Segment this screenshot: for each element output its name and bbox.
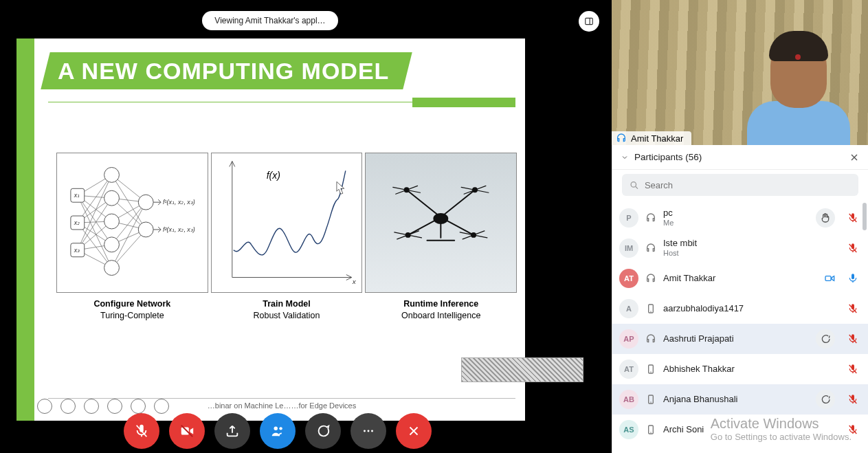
participant-row[interactable]: IMIste mbitHost [612, 233, 868, 263]
meeting-toolbar [124, 413, 432, 449]
avatar: A [619, 299, 638, 318]
svg-line-61 [464, 186, 486, 194]
svg-point-31 [104, 190, 120, 206]
stage-annotation-controls [37, 399, 169, 414]
video-off-icon [179, 423, 194, 439]
participant-row[interactable]: ASArchi Soni [612, 415, 868, 445]
svg-point-83 [650, 371, 651, 372]
participant-row[interactable]: ATAmit Thakkar [612, 263, 868, 294]
participants-button[interactable] [260, 413, 296, 449]
redacted-block [461, 357, 583, 382]
svg-point-33 [104, 237, 120, 252]
participants-header[interactable]: Participants (56) [612, 145, 868, 170]
mic-off-icon [847, 243, 858, 254]
video-off-button[interactable] [169, 413, 205, 449]
svg-point-69 [279, 427, 282, 430]
annot-btn-6[interactable] [154, 399, 169, 414]
end-call-button[interactable] [396, 413, 432, 449]
avatar: AT [619, 360, 638, 379]
slide-title: A NEW COMPUTING MODEL [41, 52, 412, 89]
presentation-stage: A NEW COMPUTING MODEL [16, 38, 594, 421]
annot-btn-2[interactable] [60, 399, 76, 414]
svg-text:f²(x₁, x₂, x₃): f²(x₁, x₂, x₃) [163, 226, 195, 233]
annot-btn-3[interactable] [84, 399, 99, 414]
participant-row[interactable]: APAashruti Prajapati [612, 324, 868, 354]
participant-row[interactable]: Aaarzubhalodiya1417 [612, 294, 868, 324]
participant-name: Aashruti Prajapati [663, 334, 734, 344]
camera-on-icon [824, 273, 835, 284]
annot-btn-1[interactable] [37, 399, 52, 414]
headset-icon [645, 273, 656, 284]
headset-icon [645, 212, 656, 223]
svg-text:f¹(x₁, x₂, x₃): f¹(x₁, x₂, x₃) [163, 199, 195, 206]
svg-point-73 [631, 182, 636, 187]
label-col-0: Configure NetworkTuring-Complete [56, 298, 208, 322]
function-graph-svg: x [212, 153, 362, 292]
avatar: IM [619, 239, 638, 258]
participant-name: Iste mbitHost [663, 239, 697, 258]
svg-point-36 [138, 222, 153, 237]
phone-icon [645, 424, 656, 435]
panel-layout-icon [584, 16, 594, 26]
svg-text:x: x [351, 278, 356, 285]
chat-icon [315, 423, 331, 439]
panel-toggle-button[interactable] [579, 11, 599, 32]
headset-icon [616, 133, 627, 144]
annot-btn-5[interactable] [131, 399, 146, 414]
more-button[interactable] [350, 413, 386, 449]
slide-left-accent [16, 38, 34, 421]
video-name-text: Amit Thakkar [631, 133, 683, 144]
share-button[interactable] [214, 413, 250, 449]
avatar: AS [619, 420, 638, 439]
share-icon [225, 423, 240, 439]
search-icon [629, 179, 639, 190]
avatar: P [619, 208, 638, 228]
participant-name: Anjana Bhanushali [663, 395, 737, 405]
chat-indicator[interactable] [816, 390, 835, 409]
active-speaker-video[interactable]: Amit Thakkar [612, 0, 868, 145]
mic-off-icon [847, 424, 858, 435]
annot-btn-4[interactable] [107, 399, 122, 414]
neural-net-svg: x₁ x₂ x₃ f¹(x₁, x₂, x₃) f²(x₁, x₂, x₃) [57, 153, 208, 292]
avatar: AT [619, 269, 638, 288]
participant-name: pcMe [663, 208, 674, 228]
svg-line-63 [397, 231, 419, 239]
participant-name: Amit Thakkar [663, 274, 715, 284]
raise-hand-indicator[interactable] [816, 208, 835, 228]
svg-point-34 [104, 261, 120, 276]
chat-indicator[interactable] [816, 329, 835, 349]
drone-svg [366, 153, 516, 292]
svg-line-59 [396, 186, 418, 194]
diagram-drone [365, 153, 517, 293]
svg-point-71 [368, 430, 370, 432]
participants-close-button[interactable] [849, 152, 860, 163]
label-col-1: Train ModelRobust Validation [211, 298, 363, 322]
chat-button[interactable] [305, 413, 341, 449]
participants-header-text: Participants (56) [634, 152, 702, 162]
participants-search[interactable] [622, 174, 858, 196]
slide-title-text: A NEW COMPUTING MODEL [58, 58, 390, 85]
phone-icon [645, 394, 656, 405]
scrollbar[interactable] [863, 203, 867, 230]
participant-row[interactable]: ABAnjana Bhanushali [612, 384, 868, 415]
participant-row[interactable]: ATAbhishek Thakkar [612, 354, 868, 384]
participants-list[interactable]: PpcMeIMIste mbitHostATAmit ThakkarAaarzu… [612, 203, 868, 453]
mute-button[interactable] [124, 413, 159, 449]
search-input[interactable] [645, 180, 852, 190]
svg-point-79 [650, 311, 651, 311]
diagram-function-graph: x f(x) [211, 153, 363, 293]
participant-row[interactable]: PpcMe [612, 203, 868, 233]
svg-point-86 [650, 401, 651, 402]
mic-off-icon [847, 303, 858, 314]
headset-icon [645, 243, 656, 254]
participant-name: aarzubhalodiya1417 [663, 304, 744, 314]
viewing-indicator[interactable]: Viewing Amit Thakkar's appl… [202, 11, 338, 30]
svg-point-72 [371, 430, 373, 432]
close-icon [406, 423, 421, 439]
phone-icon [645, 364, 656, 375]
phone-icon [645, 303, 656, 314]
headset-icon [645, 333, 656, 344]
svg-point-70 [364, 430, 366, 432]
participants-icon [270, 423, 285, 439]
svg-rect-77 [825, 276, 831, 281]
